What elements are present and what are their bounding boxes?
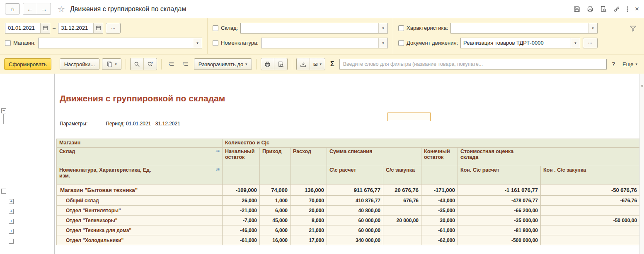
row-name-cell[interactable]: Магазин "Бытовая техника" <box>57 185 223 196</box>
report-variants-button[interactable]: ▾ <box>102 58 121 70</box>
characteristic-checkbox[interactable] <box>398 25 404 31</box>
report-level-expander[interactable]: − <box>1 108 6 113</box>
closing-cell[interactable]: -61,000 <box>421 225 458 235</box>
expense-cell[interactable]: 70,000 <box>291 196 327 206</box>
opening-cell[interactable]: -61,000 <box>223 235 260 245</box>
vertical-scrollbar[interactable] <box>639 74 644 254</box>
income-cell[interactable]: 45,000 <box>260 216 291 225</box>
expense-cell[interactable]: 21,000 <box>291 225 327 235</box>
header-opening[interactable]: Начальный остаток <box>223 148 260 166</box>
date-from-calendar-button[interactable] <box>40 23 50 33</box>
expand-to-button[interactable]: Разворачивать до ▾ <box>194 58 252 70</box>
table-row[interactable]: Общий склад 26,000 1,000 70,000 410 876,… <box>57 196 640 206</box>
quick-filter-input[interactable] <box>339 59 607 69</box>
closing-cell[interactable]: -43,000 <box>421 196 458 206</box>
more-menu-button[interactable] <box>627 6 628 12</box>
closing-cost-purchase-cell[interactable] <box>541 225 640 235</box>
header-closing[interactable]: Конечный остаток <box>421 148 458 166</box>
expense-cell[interactable]: 17,000 <box>291 235 327 245</box>
header-valuation[interactable]: Стоимостная оценка склада <box>458 148 640 166</box>
characteristic-combobox[interactable]: ▾ <box>450 23 598 34</box>
back-button[interactable]: ← <box>23 3 37 14</box>
closing-cost-calc-cell[interactable]: -1 161 076,77 <box>458 185 541 196</box>
income-cell[interactable]: 1,000 <box>260 196 291 206</box>
row-expander[interactable]: + <box>9 229 14 234</box>
close-button[interactable]: × <box>635 5 639 12</box>
movement-doc-dropdown-button[interactable]: ▾ <box>571 38 580 48</box>
print-report-button[interactable] <box>261 58 274 70</box>
print-preview-button[interactable] <box>600 6 607 12</box>
warehouse-dropdown-button[interactable]: ▾ <box>378 23 387 33</box>
cost-calc-cell[interactable]: 60 000,00 <box>327 216 383 225</box>
favorite-button[interactable]: ☆ <box>58 5 65 13</box>
header-empty[interactable] <box>291 166 327 185</box>
opening-cell[interactable]: 26,000 <box>223 196 260 206</box>
help-button[interactable]: ? <box>609 58 617 70</box>
cost-calc-cell[interactable]: 340 000,00 <box>327 235 383 245</box>
closing-cell[interactable]: -35,000 <box>421 206 458 216</box>
send-email-button[interactable]: ✉ ▾ <box>310 58 325 70</box>
period-options-button[interactable]: ... <box>106 23 121 34</box>
warehouse-checkbox[interactable] <box>213 25 218 31</box>
cost-purchase-cell[interactable]: 676,76 <box>383 196 421 206</box>
row-name-cell[interactable]: Отдел "Холодильники" <box>57 235 223 245</box>
income-cell[interactable]: 6,000 <box>260 225 291 235</box>
row-name-cell[interactable]: Отдел "Телевизоры" <box>57 216 223 225</box>
closing-cost-calc-cell[interactable]: -81 800,00 <box>458 225 541 235</box>
closing-cost-purchase-cell[interactable]: -50 000,00 <box>541 216 640 225</box>
closing-cost-calc-cell[interactable]: -66 200,00 <box>458 206 541 216</box>
header-magazin[interactable]: Магазин <box>57 139 223 148</box>
closing-cell[interactable]: -171,000 <box>421 185 458 196</box>
date-from-input[interactable] <box>5 23 40 33</box>
store-combobox[interactable]: ▾ <box>38 38 202 48</box>
row-expander[interactable]: + <box>9 209 14 214</box>
scrollbar-thumb[interactable] <box>641 85 643 87</box>
forward-button[interactable]: → <box>37 3 51 14</box>
movement-doc-options-button[interactable]: ... <box>583 38 598 48</box>
expense-cell[interactable]: 8,000 <box>291 216 327 225</box>
opening-cell[interactable]: -21,000 <box>223 206 260 216</box>
group-row-expander[interactable]: − <box>1 189 6 194</box>
closing-cell[interactable]: -62,000 <box>421 235 458 245</box>
cost-calc-cell[interactable]: 60 000,00 <box>327 225 383 235</box>
header-empty[interactable] <box>223 166 260 185</box>
save-button[interactable] <box>574 6 580 12</box>
header-nomenclature[interactable]: Номенклатура, Характеристика, Ед. изм. ↓… <box>57 166 223 185</box>
row-expander[interactable]: + <box>9 199 14 204</box>
header-expense[interactable]: Расход <box>291 148 327 166</box>
filter-settings-button[interactable] <box>629 25 637 32</box>
cost-purchase-cell[interactable] <box>383 206 421 216</box>
header-quantity-group[interactable]: Количество и С|с <box>223 139 640 148</box>
settings-button[interactable]: Настройки... <box>60 58 100 70</box>
sum-button[interactable]: Σ <box>328 58 337 70</box>
movement-doc-combobox[interactable]: Реализация товаров ТДРТ-0000 ▾ <box>460 38 580 48</box>
home-button[interactable]: ⌂ <box>5 3 20 14</box>
search-next-button[interactable] <box>143 58 157 70</box>
cost-purchase-cell[interactable]: 20 000,00 <box>383 216 421 225</box>
nomenclature-checkbox[interactable] <box>213 40 218 46</box>
opening-cell[interactable]: -7,000 <box>223 216 260 225</box>
search-button[interactable] <box>131 58 143 70</box>
cost-purchase-cell[interactable] <box>383 225 421 235</box>
warehouse-combobox[interactable]: ▾ <box>240 23 388 34</box>
closing-cost-calc-cell[interactable]: -500 000,00 <box>458 235 541 245</box>
sort-icon[interactable]: ↓≡ <box>215 167 220 172</box>
more-actions-button[interactable]: Еще ▾ <box>620 58 640 70</box>
collapse-groups-button[interactable] <box>166 58 177 70</box>
nomenclature-combobox[interactable]: ▾ <box>261 38 388 48</box>
print-button[interactable] <box>587 6 593 12</box>
header-empty[interactable] <box>421 166 458 185</box>
store-dropdown-button[interactable]: ▾ <box>193 38 202 48</box>
header-closing-cost-calc[interactable]: Кон. С\с расчет <box>458 166 541 185</box>
opening-cell[interactable]: -46,000 <box>223 225 260 235</box>
nomenclature-dropdown-button[interactable]: ▾ <box>378 38 387 48</box>
cost-purchase-cell[interactable] <box>383 235 421 245</box>
expense-cell[interactable]: 136,000 <box>291 185 327 196</box>
table-row[interactable]: Отдел "Холодильники" -61,000 16,000 17,0… <box>57 235 640 245</box>
header-closing-cost-purchase[interactable]: Кон . С/с закупка <box>541 166 640 185</box>
cost-calc-cell[interactable]: 40 800,00 <box>327 206 383 216</box>
closing-cost-purchase-cell[interactable] <box>541 206 640 216</box>
closing-cost-calc-cell[interactable]: -35 000,00 <box>458 216 541 225</box>
header-cost-purchase[interactable]: С/с закупка <box>383 166 421 185</box>
row-expander[interactable]: − <box>9 239 14 244</box>
